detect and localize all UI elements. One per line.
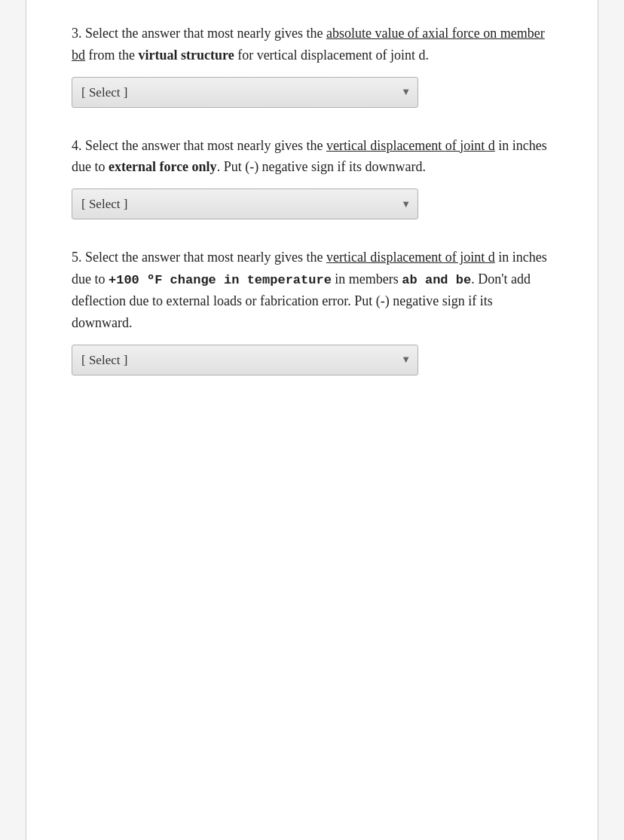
q5-underline: vertical displacement of joint d: [326, 250, 495, 265]
q5-bold-temp: +100 ºF change in temperature: [109, 273, 332, 287]
q3-bold: virtual structure: [138, 48, 234, 63]
question-4-text: 4. Select the answer that most nearly gi…: [72, 135, 552, 179]
q5-bold-members: ab and be: [402, 273, 471, 287]
question-4-block: 4. Select the answer that most nearly gi…: [72, 135, 552, 220]
question-3-block: 3. Select the answer that most nearly gi…: [72, 23, 552, 108]
page-container: 3. Select the answer that most nearly gi…: [26, 0, 598, 840]
q3-select-wrapper: [ Select ] ▼: [72, 77, 418, 108]
q4-select-wrapper: [ Select ] ▼: [72, 189, 418, 219]
question-5-block: 5. Select the answer that most nearly gi…: [72, 247, 552, 376]
question-3-text: 3. Select the answer that most nearly gi…: [72, 23, 552, 66]
q4-bold: external force only: [109, 159, 217, 174]
q4-underline: vertical displacement of joint d: [326, 138, 495, 153]
q4-select[interactable]: [ Select ]: [72, 189, 418, 219]
q5-select-wrapper: [ Select ] ▼: [72, 345, 418, 376]
q5-select[interactable]: [ Select ]: [72, 345, 418, 376]
question-5-text: 5. Select the answer that most nearly gi…: [72, 247, 552, 334]
q3-select[interactable]: [ Select ]: [72, 77, 418, 108]
